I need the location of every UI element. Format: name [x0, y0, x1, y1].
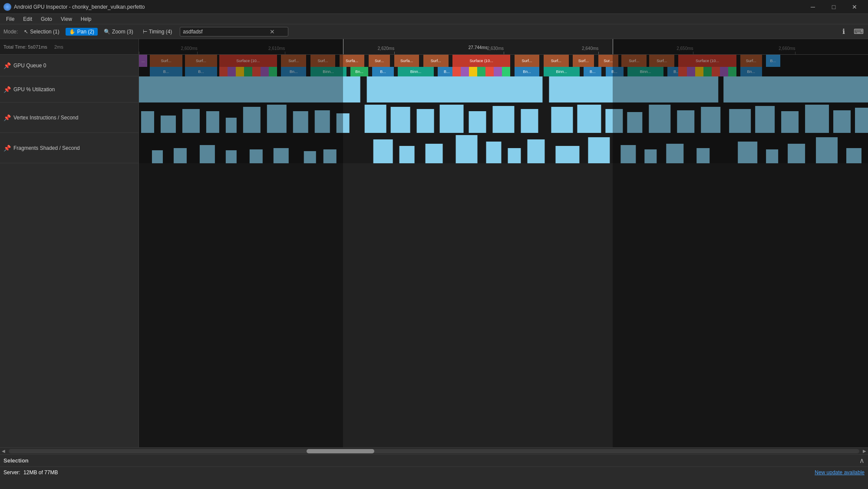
search-clear-button[interactable]: ✕ [270, 28, 275, 35]
gpu-queue-segment-bottom[interactable]: Bn... [281, 67, 307, 76]
gpu-queue-segment-top[interactable]: Surf... [185, 55, 218, 67]
gpu-queue-segment-bottom[interactable]: B... [150, 67, 183, 76]
gpu-queue-segment-top[interactable]: Surf... [649, 55, 675, 67]
track-row-vertex: 📌 Vertex Instructions / Second [0, 102, 868, 133]
gpu-queue-segment-top[interactable]: Surfa... [340, 55, 365, 67]
gpu-queue-segment-bottom[interactable]: Binn... [627, 67, 664, 76]
gpu-queue-segment-top[interactable]: ... [139, 55, 148, 67]
info-button[interactable]: ℹ [838, 26, 850, 38]
gpu-queue-content[interactable]: ...Surf...Surf...Surface (10...Surf...Su… [139, 55, 868, 76]
server-value: 12MB of 77MB [23, 469, 58, 476]
svg-rect-23 [521, 109, 538, 133]
ruler-tick: 2,660ms [795, 52, 795, 54]
close-button[interactable]: ✕ [845, 0, 865, 14]
gpu-queue-segment-bottom[interactable] [452, 67, 511, 76]
gpu-queue-segment-top[interactable]: Surf... [621, 55, 647, 67]
gpu-queue-segment-bottom[interactable] [219, 67, 277, 76]
empty-area [0, 163, 868, 447]
gpu-queue-segment-bottom[interactable]: Bn... [740, 67, 762, 76]
svg-rect-29 [677, 110, 694, 133]
scroll-right-arrow[interactable]: ▶ [861, 448, 868, 455]
gpu-queue-segment-top[interactable]: Surf... [150, 55, 183, 67]
ruler-tick: 2,620ms [394, 52, 395, 54]
search-input[interactable] [183, 29, 270, 35]
timeline-ruler[interactable]: 2,590ms2,600ms2,610ms2,620ms2,630ms2,640… [139, 39, 868, 54]
gpu-queue-segment-top[interactable]: Surf... [544, 55, 569, 67]
svg-rect-9 [182, 109, 200, 133]
search-container: ✕ [180, 27, 288, 36]
menu-bar: File Edit Goto View Help [0, 14, 868, 24]
pan-label: Pan (2) [77, 29, 94, 35]
gpu-queue-segment-bottom[interactable]: B... [185, 67, 218, 76]
shortcut-button[interactable]: ⌨ [852, 26, 865, 38]
menu-edit[interactable]: Edit [19, 15, 36, 23]
pan-icon: ✋ [69, 29, 76, 35]
mode-selection[interactable]: ↖ Selection (1) [20, 28, 63, 36]
svg-rect-58 [738, 142, 757, 163]
gpu-queue-label: GPU Queue 0 [13, 63, 46, 69]
maximize-button[interactable]: □ [824, 0, 844, 14]
gpu-queue-segment-top[interactable]: Surf... [515, 55, 540, 67]
gpu-queue-segment-bottom[interactable]: Bn... [350, 67, 369, 76]
menu-goto[interactable]: Goto [36, 15, 56, 23]
window-controls: ─ □ ✕ [803, 0, 865, 14]
gpu-queue-segment-bottom[interactable]: Bn... [515, 67, 540, 76]
gpu-util-content[interactable] [139, 76, 868, 102]
scroll-track[interactable] [9, 449, 859, 453]
ruler-tick: 2,630ms [504, 52, 504, 54]
scroll-thumb[interactable] [307, 449, 375, 453]
pin-icon-gpu-queue[interactable]: 📌 [3, 62, 11, 69]
svg-rect-7 [141, 111, 154, 133]
mode-timing[interactable]: ⊢ Timing (4) [139, 28, 176, 36]
scroll-left-arrow[interactable]: ◀ [0, 448, 7, 455]
menu-help[interactable]: Help [76, 15, 96, 23]
svg-rect-13 [267, 105, 287, 133]
fragments-chart [139, 133, 868, 163]
gpu-queue-segment-bottom[interactable]: B... [606, 67, 624, 76]
gpu-queue-segment-top[interactable]: Surf... [423, 55, 449, 67]
gpu-queue-segment-top[interactable]: Surf... [573, 55, 594, 67]
svg-rect-55 [644, 149, 657, 163]
vertex-content[interactable] [139, 102, 868, 133]
gpu-queue-segment-bottom[interactable] [678, 67, 736, 76]
menu-view[interactable]: View [56, 15, 76, 23]
gpu-queue-segment-top[interactable]: Surf... [310, 55, 336, 67]
gpu-queue-segment-bottom[interactable]: Binn... [310, 67, 347, 76]
svg-rect-6 [723, 76, 868, 102]
gpu-queue-segment-top[interactable]: B... [766, 55, 781, 67]
pin-icon-fragments[interactable]: 📌 [3, 145, 11, 152]
svg-rect-12 [243, 107, 261, 133]
gpu-queue-segment-top[interactable]: Surf... [740, 55, 762, 67]
gpu-queue-segment-top[interactable]: Surf... [281, 55, 307, 67]
mode-zoom[interactable]: 🔍 Zoom (3) [100, 28, 137, 36]
gpu-queue-segment-top[interactable]: Sur... [369, 55, 390, 67]
minimize-button[interactable]: ─ [803, 0, 823, 14]
ruler-tick: 2,640ms [598, 52, 599, 54]
fragments-content[interactable] [139, 133, 868, 163]
menu-file[interactable]: File [2, 15, 19, 23]
update-link[interactable]: New update available [815, 469, 865, 476]
gpu-queue-segment-bottom[interactable]: Binn... [398, 67, 434, 76]
svg-rect-2 [367, 76, 543, 102]
mode-pan[interactable]: ✋ Pan (2) [66, 28, 98, 36]
svg-rect-48 [456, 135, 478, 163]
svg-rect-3 [543, 76, 548, 102]
gpu-queue-segment-bottom[interactable]: B... [584, 67, 602, 76]
svg-rect-51 [527, 139, 545, 163]
svg-rect-18 [391, 107, 410, 133]
gpu-queue-segment-top[interactable]: Surface (10... [678, 55, 736, 67]
pin-icon-vertex[interactable]: 📌 [3, 114, 11, 121]
gpu-queue-segment-bottom[interactable]: Binn... [544, 67, 580, 76]
empty-label-col [0, 163, 139, 447]
tracks-container: 📌 GPU Queue 0 ...Surf...Surf...Surface (… [0, 55, 868, 447]
ruler-tick: 2,600ms [197, 52, 198, 54]
gpu-queue-segment-top[interactable]: Surface (10... [219, 55, 277, 67]
gpu-queue-segment-top[interactable]: Sur... [598, 55, 619, 67]
timeline-header: Total Time: 5s071ms 2ms 2,590ms2,600ms2,… [0, 39, 868, 55]
gpu-queue-segment-bottom[interactable]: B... [372, 67, 394, 76]
svg-rect-22 [493, 106, 515, 133]
pin-icon-gpu-util[interactable]: 📌 [3, 86, 11, 93]
collapse-button[interactable]: ∧ [859, 456, 865, 465]
gpu-queue-segment-top[interactable]: Surface (10... [452, 55, 511, 67]
gpu-queue-segment-top[interactable]: Surfa... [394, 55, 420, 67]
